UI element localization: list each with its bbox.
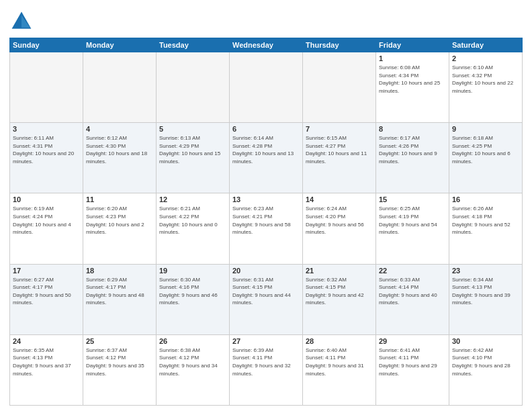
day-info: Sunrise: 6:13 AMSunset: 4:29 PMDaylight:… [159,134,226,165]
calendar-cell: 11Sunrise: 6:20 AMSunset: 4:23 PMDayligh… [83,193,157,264]
day-info: Sunrise: 6:17 AMSunset: 4:26 PMDaylight:… [379,134,446,165]
day-number: 15 [379,195,446,203]
calendar-cell: 26Sunrise: 6:38 AMSunset: 4:12 PMDayligh… [157,334,230,405]
day-info: Sunrise: 6:26 AMSunset: 4:18 PMDaylight:… [452,205,519,236]
page: SundayMondayTuesdayWednesdayThursdayFrid… [0,0,532,411]
day-info: Sunrise: 6:15 AMSunset: 4:27 PMDaylight:… [306,134,373,165]
day-info: Sunrise: 6:08 AMSunset: 4:34 PMDaylight:… [379,64,446,95]
calendar-cell: 27Sunrise: 6:39 AMSunset: 4:11 PMDayligh… [230,334,303,405]
day-info: Sunrise: 6:41 AMSunset: 4:11 PMDaylight:… [379,347,446,377]
day-info: Sunrise: 6:24 AMSunset: 4:20 PMDaylight:… [306,205,373,236]
calendar-cell: 13Sunrise: 6:23 AMSunset: 4:21 PMDayligh… [230,193,303,264]
day-number: 28 [306,337,373,345]
day-info: Sunrise: 6:40 AMSunset: 4:11 PMDaylight:… [306,347,373,377]
calendar-cell: 28Sunrise: 6:40 AMSunset: 4:11 PMDayligh… [303,334,376,405]
day-number: 8 [379,125,446,133]
day-info: Sunrise: 6:33 AMSunset: 4:14 PMDaylight:… [379,276,446,307]
day-number: 23 [452,267,519,275]
calendar-cell: 2Sunrise: 6:10 AMSunset: 4:32 PMDaylight… [449,52,523,123]
day-info: Sunrise: 6:31 AMSunset: 4:15 PMDaylight:… [232,276,300,307]
calendar-table: SundayMondayTuesdayWednesdayThursdayFrid… [9,38,523,406]
calendar-cell: 6Sunrise: 6:14 AMSunset: 4:28 PMDaylight… [230,123,303,193]
day-number: 14 [306,195,373,203]
day-number: 1 [379,54,446,62]
calendar-cell: 7Sunrise: 6:15 AMSunset: 4:27 PMDaylight… [303,123,376,193]
day-number: 29 [379,337,446,345]
calendar-cell: 12Sunrise: 6:21 AMSunset: 4:22 PMDayligh… [157,193,230,264]
weekday-header: Wednesday [230,38,303,52]
calendar-week-row: 1Sunrise: 6:08 AMSunset: 4:34 PMDaylight… [10,52,523,123]
weekday-header: Sunday [10,38,83,52]
day-number: 2 [452,54,519,62]
calendar-cell [157,52,230,123]
day-info: Sunrise: 6:11 AMSunset: 4:31 PMDaylight:… [13,134,80,165]
calendar-week-row: 17Sunrise: 6:27 AMSunset: 4:17 PMDayligh… [10,264,523,334]
day-info: Sunrise: 6:42 AMSunset: 4:10 PMDaylight:… [452,347,519,377]
day-number: 26 [159,337,226,345]
day-number: 9 [452,125,519,133]
day-number: 4 [86,125,153,133]
day-info: Sunrise: 6:10 AMSunset: 4:32 PMDaylight:… [452,64,519,95]
day-info: Sunrise: 6:27 AMSunset: 4:17 PMDaylight:… [13,276,80,307]
weekday-header: Friday [376,38,449,52]
calendar-cell: 18Sunrise: 6:29 AMSunset: 4:17 PMDayligh… [83,264,157,334]
day-info: Sunrise: 6:12 AMSunset: 4:30 PMDaylight:… [86,134,153,165]
day-number: 25 [86,337,153,345]
day-number: 24 [13,337,80,345]
day-info: Sunrise: 6:39 AMSunset: 4:11 PMDaylight:… [232,347,300,377]
calendar-cell: 1Sunrise: 6:08 AMSunset: 4:34 PMDaylight… [376,52,449,123]
day-number: 16 [452,195,519,203]
calendar-cell: 10Sunrise: 6:19 AMSunset: 4:24 PMDayligh… [10,193,83,264]
calendar-header-row: SundayMondayTuesdayWednesdayThursdayFrid… [10,38,523,52]
day-number: 6 [232,125,300,133]
day-info: Sunrise: 6:32 AMSunset: 4:15 PMDaylight:… [306,276,373,307]
day-info: Sunrise: 6:14 AMSunset: 4:28 PMDaylight:… [232,134,300,165]
day-number: 11 [86,195,153,203]
calendar-cell: 25Sunrise: 6:37 AMSunset: 4:12 PMDayligh… [83,334,157,405]
svg-marker-1 [21,15,30,28]
calendar-cell: 19Sunrise: 6:30 AMSunset: 4:16 PMDayligh… [157,264,230,334]
day-info: Sunrise: 6:37 AMSunset: 4:12 PMDaylight:… [86,347,153,377]
calendar-cell: 30Sunrise: 6:42 AMSunset: 4:10 PMDayligh… [449,334,523,405]
day-number: 30 [452,337,519,345]
day-number: 19 [159,267,226,275]
calendar-cell: 17Sunrise: 6:27 AMSunset: 4:17 PMDayligh… [10,264,83,334]
calendar-cell: 16Sunrise: 6:26 AMSunset: 4:18 PMDayligh… [449,193,523,264]
day-number: 20 [232,267,300,275]
day-info: Sunrise: 6:25 AMSunset: 4:19 PMDaylight:… [379,205,446,236]
day-info: Sunrise: 6:34 AMSunset: 4:13 PMDaylight:… [452,276,519,307]
calendar-cell: 29Sunrise: 6:41 AMSunset: 4:11 PMDayligh… [376,334,449,405]
calendar-cell [230,52,303,123]
calendar-cell [303,52,376,123]
day-number: 17 [13,267,80,275]
day-info: Sunrise: 6:18 AMSunset: 4:25 PMDaylight:… [452,134,519,165]
day-info: Sunrise: 6:20 AMSunset: 4:23 PMDaylight:… [86,205,153,236]
logo [9,9,36,34]
calendar-cell [10,52,83,123]
day-number: 12 [159,195,226,203]
day-info: Sunrise: 6:19 AMSunset: 4:24 PMDaylight:… [13,205,80,236]
calendar-cell: 3Sunrise: 6:11 AMSunset: 4:31 PMDaylight… [10,123,83,193]
day-info: Sunrise: 6:29 AMSunset: 4:17 PMDaylight:… [86,276,153,307]
day-number: 27 [232,337,300,345]
day-info: Sunrise: 6:30 AMSunset: 4:16 PMDaylight:… [159,276,226,307]
weekday-header: Thursday [303,38,376,52]
day-info: Sunrise: 6:21 AMSunset: 4:22 PMDaylight:… [159,205,226,236]
calendar-cell: 4Sunrise: 6:12 AMSunset: 4:30 PMDaylight… [83,123,157,193]
logo-icon [9,9,34,34]
calendar-cell: 20Sunrise: 6:31 AMSunset: 4:15 PMDayligh… [230,264,303,334]
day-number: 3 [13,125,80,133]
calendar-week-row: 24Sunrise: 6:35 AMSunset: 4:13 PMDayligh… [10,334,523,405]
day-number: 22 [379,267,446,275]
calendar-week-row: 3Sunrise: 6:11 AMSunset: 4:31 PMDaylight… [10,123,523,193]
day-number: 10 [13,195,80,203]
calendar-cell [83,52,157,123]
day-number: 21 [306,267,373,275]
day-info: Sunrise: 6:23 AMSunset: 4:21 PMDaylight:… [232,205,300,236]
day-number: 13 [232,195,300,203]
weekday-header: Tuesday [157,38,230,52]
day-info: Sunrise: 6:35 AMSunset: 4:13 PMDaylight:… [13,347,80,377]
calendar-cell: 9Sunrise: 6:18 AMSunset: 4:25 PMDaylight… [449,123,523,193]
calendar-cell: 8Sunrise: 6:17 AMSunset: 4:26 PMDaylight… [376,123,449,193]
calendar-cell: 5Sunrise: 6:13 AMSunset: 4:29 PMDaylight… [157,123,230,193]
